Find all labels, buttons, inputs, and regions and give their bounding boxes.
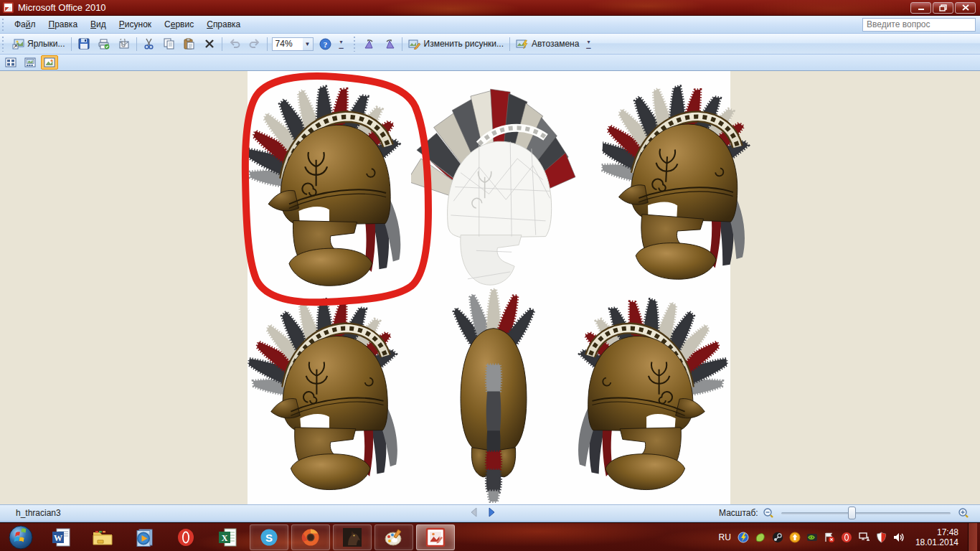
svg-text:S: S <box>265 531 273 543</box>
filmstrip-view-icon <box>24 57 36 67</box>
picture-canvas <box>248 71 730 504</box>
menu-tools[interactable]: Сервис <box>158 17 200 32</box>
mail-button[interactable] <box>114 36 134 52</box>
edit-pictures-button[interactable]: Изменить рисунки... <box>405 36 507 52</box>
zoom-combo[interactable]: 74% ▼ <box>272 37 314 51</box>
menu-bar: Файл Правка Вид Рисунок Сервис Справка ▼ <box>0 16 980 34</box>
word-icon: W <box>51 527 71 547</box>
picture-manager-icon <box>425 527 446 547</box>
taskbar-skype-button[interactable]: S <box>250 524 288 550</box>
taskbar-paint-button[interactable] <box>374 524 413 550</box>
svg-text:?: ? <box>324 39 328 48</box>
zoom-dropdown-icon[interactable]: ▼ <box>303 38 313 50</box>
rotate-left-button[interactable] <box>359 36 380 52</box>
menubar-grip[interactable] <box>1 18 6 31</box>
next-picture-icon[interactable] <box>489 507 496 517</box>
help-button[interactable]: ? <box>316 36 336 52</box>
filmstrip-view-button[interactable] <box>22 55 39 70</box>
minimize-button[interactable] <box>910 2 931 14</box>
nvidia-icon[interactable] <box>806 531 819 543</box>
taskbar-media-player-button[interactable] <box>125 524 164 550</box>
svg-text:X: X <box>222 532 228 542</box>
menu-help[interactable]: Справка <box>200 17 247 32</box>
windows-start-icon <box>8 524 34 550</box>
print-button[interactable] <box>94 36 114 52</box>
single-picture-view-button[interactable] <box>41 55 58 70</box>
separator <box>509 37 510 51</box>
browser-icon <box>301 527 321 547</box>
save-button[interactable] <box>74 36 94 52</box>
previous-picture-icon[interactable] <box>470 507 477 517</box>
network-icon[interactable] <box>858 531 870 543</box>
volume-icon[interactable] <box>892 531 905 543</box>
rotate-left-icon <box>363 37 376 50</box>
language-indicator[interactable]: RU <box>719 532 731 542</box>
autocorrect-button[interactable]: Автозамена <box>512 36 583 52</box>
restore-icon <box>939 4 947 11</box>
cut-button[interactable] <box>139 36 159 52</box>
toolbar2-grip[interactable] <box>353 36 358 52</box>
update-icon[interactable] <box>789 531 801 543</box>
action-center-icon[interactable] <box>824 531 836 543</box>
svg-text:W: W <box>54 532 62 542</box>
rotate-right-button[interactable] <box>380 36 400 52</box>
opera-tray-icon[interactable] <box>841 531 853 543</box>
shortcuts-button[interactable]: Ярлыки... <box>8 36 69 52</box>
separator <box>267 37 268 51</box>
horse-game-icon <box>342 527 362 547</box>
print-icon <box>98 37 110 50</box>
clock-date: 18.01.2014 <box>915 537 958 547</box>
delete-button[interactable] <box>199 36 220 52</box>
separator <box>71 37 72 51</box>
toolbar-grip[interactable] <box>1 36 6 52</box>
helmet-three-quarter-view <box>600 78 755 299</box>
rotate-right-icon <box>383 37 396 50</box>
close-button[interactable] <box>955 2 976 14</box>
autocorrect-label: Автозамена <box>532 39 579 49</box>
paint-icon <box>384 527 404 547</box>
standard-toolbar: Ярлыки... 7 <box>0 34 980 55</box>
paste-button[interactable] <box>179 36 199 52</box>
zoom-label: Масштаб: <box>719 508 758 518</box>
window-title: Microsoft Office 2010 <box>18 2 106 13</box>
menu-file[interactable]: Файл <box>8 17 42 32</box>
menu-edit[interactable]: Правка <box>42 17 85 32</box>
start-button[interactable] <box>6 524 36 551</box>
zoom-slider-thumb[interactable] <box>848 507 856 519</box>
undo-button[interactable] <box>225 36 245 52</box>
question-input[interactable] <box>863 19 980 29</box>
defender-icon[interactable] <box>875 531 887 543</box>
punto-icon[interactable] <box>738 531 750 543</box>
media-player-icon <box>134 527 154 547</box>
copy-button[interactable] <box>159 36 179 52</box>
taskbar-explorer-button[interactable] <box>83 524 122 550</box>
zoom-out-icon[interactable] <box>763 507 774 519</box>
zoom-in-icon[interactable] <box>958 507 969 519</box>
taskbar-game-button[interactable] <box>333 524 372 550</box>
show-desktop-button[interactable] <box>968 523 977 551</box>
toolbar-overflow-icon[interactable]: ▾▁ <box>337 40 346 47</box>
help-icon: ? <box>319 37 332 50</box>
filename-label: h_thracian3 <box>16 508 61 518</box>
question-box: ▼ <box>862 18 976 32</box>
taskbar-opera-button[interactable] <box>166 524 205 550</box>
zoom-slider-track[interactable] <box>781 512 951 514</box>
taskbar-picture-manager-button[interactable] <box>416 524 455 550</box>
menu-picture[interactable]: Рисунок <box>113 17 158 32</box>
taskbar-browser-button[interactable] <box>291 524 330 550</box>
toolbar2-overflow-icon[interactable]: ▾▁ <box>584 40 593 47</box>
steam-icon[interactable] <box>772 531 784 543</box>
evernote-icon[interactable] <box>755 531 767 543</box>
taskbar-word-button[interactable]: W <box>42 524 80 550</box>
restore-button[interactable] <box>933 2 953 14</box>
helmet-right-side-view <box>565 298 730 503</box>
single-picture-view-icon <box>44 57 55 67</box>
thumbnail-view-button[interactable] <box>2 55 19 70</box>
taskbar-excel-button[interactable]: X <box>208 524 247 550</box>
clock[interactable]: 17:48 18.01.2014 <box>915 527 958 547</box>
cut-icon <box>143 37 156 50</box>
separator <box>402 37 402 51</box>
redo-button[interactable] <box>245 36 265 52</box>
menu-view[interactable]: Вид <box>84 17 113 32</box>
helmet-left-side-view <box>248 298 410 503</box>
